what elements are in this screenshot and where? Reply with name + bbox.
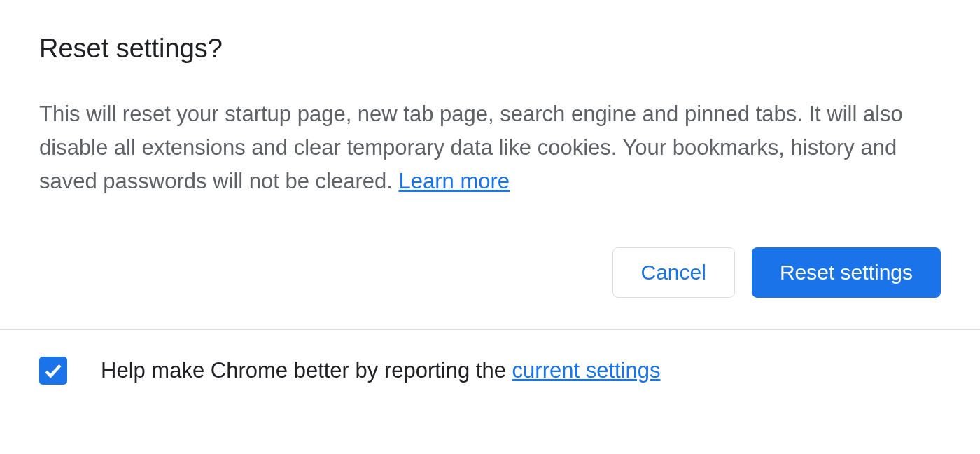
learn-more-link[interactable]: Learn more — [398, 169, 510, 193]
dialog-title: Reset settings? — [39, 34, 941, 64]
current-settings-link[interactable]: current settings — [512, 358, 661, 383]
dialog-actions: Cancel Reset settings — [39, 247, 941, 329]
reset-settings-button[interactable]: Reset settings — [752, 247, 941, 298]
reset-settings-dialog: Reset settings? This will reset your sta… — [0, 0, 980, 329]
footer-text-prefix: Help make Chrome better by reporting the — [101, 358, 512, 383]
dialog-body: This will reset your startup page, new t… — [39, 97, 941, 198]
footer-text: Help make Chrome better by reporting the… — [101, 358, 661, 383]
dialog-footer: Help make Chrome better by reporting the… — [0, 330, 980, 385]
cancel-button[interactable]: Cancel — [612, 247, 735, 298]
report-settings-checkbox[interactable] — [39, 357, 67, 385]
checkmark-icon — [43, 360, 64, 381]
